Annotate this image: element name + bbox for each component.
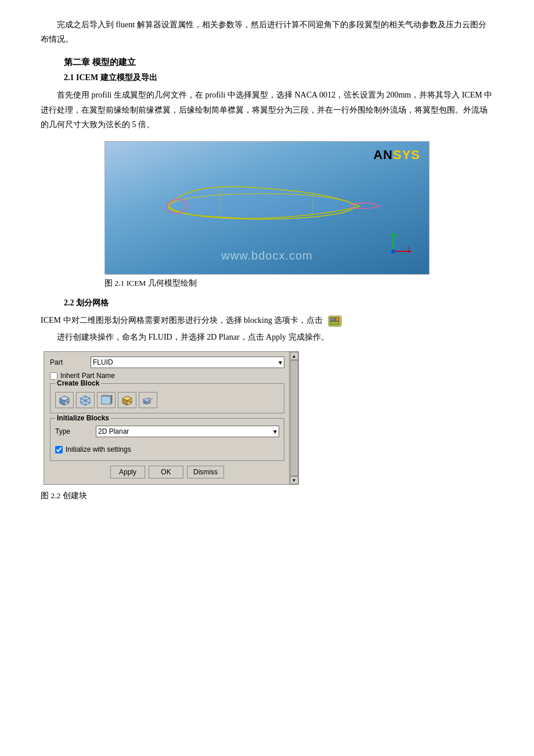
3d-block-svg [57, 394, 71, 406]
block-icon-3[interactable] [97, 392, 116, 408]
create-block-group: Create Block [50, 383, 284, 413]
dialog-inner: Part FLUID ▼ Inherit Part Name Create Bl… [44, 352, 298, 484]
ok-button[interactable]: OK [149, 466, 183, 478]
svg-marker-24 [102, 395, 111, 396]
svg-marker-25 [111, 395, 112, 404]
inherit-row: Inherit Part Name [50, 372, 284, 380]
figure21-image: ANSYS y x [104, 141, 430, 275]
type-select[interactable]: 2D Planar [96, 426, 279, 437]
block-icon-5[interactable] [139, 392, 157, 408]
multi-block-svg [141, 394, 155, 406]
ansys-logo: ANSYS [373, 147, 420, 163]
svg-text:x: x [407, 245, 410, 250]
svg-rect-12 [330, 318, 335, 321]
wireframe-svg [78, 394, 92, 406]
dialog-scrollbar[interactable]: ▲ ▼ [289, 352, 298, 484]
part-label: Part [50, 358, 91, 366]
face-block-svg [99, 394, 113, 406]
section22-intro-text: ICEM 中对二维图形划分网格需要对图形进行分块，选择 blocking 选项卡… [41, 313, 493, 327]
scroll-down-btn[interactable]: ▼ [290, 476, 298, 484]
part-row: Part FLUID ▼ [50, 357, 284, 368]
block-icon-2[interactable] [76, 392, 95, 408]
type-select-wrapper: 2D Planar ▼ [96, 426, 279, 437]
figure22-caption: 图 2.2 创建块 [41, 491, 493, 501]
scroll-track [290, 360, 298, 476]
section22-continue: 进行创建块操作，命名为 FLUID，并选择 2D Planar，点击 Apply… [41, 330, 493, 344]
svg-rect-14 [330, 322, 339, 325]
create-block-title: Create Block [55, 379, 101, 387]
block-icon-4[interactable] [118, 392, 136, 408]
section22-title: 2.2 划分网格 [64, 298, 493, 308]
icem-dialog: ▲ ▼ Part FLUID ▼ Inherit Part Name [44, 351, 299, 485]
inherit-label: Inherit Part Name [60, 372, 115, 380]
section22-intro-span: ICEM 中对二维图形划分网格需要对图形进行分块，选择 blocking 选项卡… [41, 316, 323, 325]
part-select-wrapper: FLUID ▼ [91, 357, 284, 368]
init-settings-checkbox[interactable] [55, 446, 63, 453]
chapter2-title: 第二章 模型的建立 [64, 57, 493, 68]
intro-paragraph: 完成之后导入到 fluent 解算器设置属性，相关参数等，然后进行计算不同迎角下… [41, 17, 493, 46]
type-row: Type 2D Planar ▼ [55, 426, 279, 437]
figure21-container: ANSYS y x [104, 141, 430, 289]
inherit-checkbox[interactable] [50, 372, 57, 380]
create-block-icons [55, 391, 279, 409]
dialog-buttons: Apply OK Dismiss [50, 466, 284, 478]
apply-button[interactable]: Apply [110, 466, 145, 478]
scroll-up-btn[interactable]: ▲ [290, 352, 298, 360]
init-settings-row: Initialize with settings [55, 445, 279, 453]
airfoil-svg [134, 168, 400, 244]
type-label: Type [55, 427, 96, 435]
init-settings-label: Initialize with settings [66, 445, 131, 453]
section22-intro-container: ICEM 中对二维图形划分网格需要对图形进行分块，选择 blocking 选项卡… [41, 313, 493, 327]
svg-rect-13 [335, 318, 339, 321]
init-blocks-group: Initialize Blocks Type 2D Planar ▼ [50, 418, 284, 461]
svg-rect-23 [102, 396, 111, 404]
dismiss-button[interactable]: Dismiss [187, 466, 224, 478]
svg-text:y: y [395, 233, 397, 238]
colored-block-svg [120, 394, 134, 406]
svg-point-10 [391, 249, 395, 253]
coordinate-axes: y x [385, 231, 412, 257]
block-icon-1[interactable] [55, 392, 74, 408]
figure21-caption: 图 2.1 ICEM 几何模型绘制 [104, 278, 430, 289]
section21-paragraph: 首先使用 profili 生成翼型的几何文件，在 profili 中选择翼型，选… [41, 88, 493, 132]
blocking-icon [327, 315, 342, 327]
section21-title: 2.1 ICEM 建立模型及导出 [64, 73, 493, 83]
watermark: www.bdocx.com [221, 249, 313, 262]
dialog-outer: ▲ ▼ Part FLUID ▼ Inherit Part Name [41, 351, 302, 485]
init-blocks-title: Initialize Blocks [55, 414, 111, 422]
part-select[interactable]: FLUID [91, 357, 284, 368]
